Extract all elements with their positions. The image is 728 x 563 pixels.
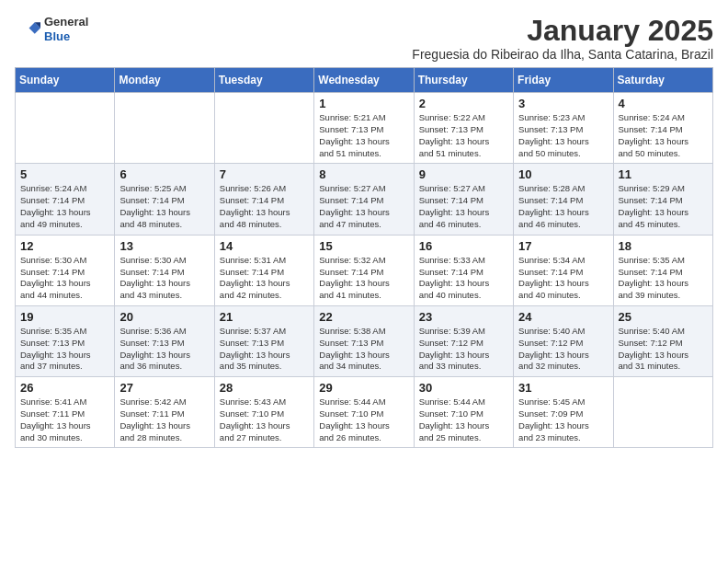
calendar-week-4: 19Sunrise: 5:35 AM Sunset: 7:13 PM Dayli… bbox=[16, 305, 713, 376]
title-block: January 2025 Freguesia do Ribeirao da Il… bbox=[412, 15, 713, 62]
day-number: 28 bbox=[220, 381, 309, 395]
day-info: Sunrise: 5:30 AM Sunset: 7:14 PM Dayligh… bbox=[119, 255, 209, 302]
calendar-cell: 31Sunrise: 5:45 AM Sunset: 7:09 PM Dayli… bbox=[514, 377, 613, 448]
day-info: Sunrise: 5:35 AM Sunset: 7:13 PM Dayligh… bbox=[20, 326, 109, 373]
calendar-cell: 28Sunrise: 5:43 AM Sunset: 7:10 PM Dayli… bbox=[214, 377, 313, 448]
month-title: January 2025 bbox=[412, 15, 713, 47]
day-number: 3 bbox=[518, 97, 608, 110]
calendar-cell: 5Sunrise: 5:24 AM Sunset: 7:14 PM Daylig… bbox=[16, 164, 115, 235]
calendar-cell: 7Sunrise: 5:26 AM Sunset: 7:14 PM Daylig… bbox=[214, 164, 313, 235]
calendar-cell: 3Sunrise: 5:23 AM Sunset: 7:13 PM Daylig… bbox=[514, 93, 613, 164]
weekday-header-tuesday: Tuesday bbox=[214, 68, 313, 93]
day-info: Sunrise: 5:24 AM Sunset: 7:14 PM Dayligh… bbox=[20, 183, 109, 230]
day-info: Sunrise: 5:33 AM Sunset: 7:14 PM Dayligh… bbox=[419, 255, 508, 302]
day-info: Sunrise: 5:43 AM Sunset: 7:10 PM Dayligh… bbox=[220, 396, 309, 443]
day-number: 23 bbox=[419, 310, 508, 324]
day-number: 24 bbox=[518, 310, 608, 324]
logo-general-text: General bbox=[44, 15, 88, 29]
day-info: Sunrise: 5:42 AM Sunset: 7:11 PM Dayligh… bbox=[119, 396, 209, 443]
day-info: Sunrise: 5:40 AM Sunset: 7:12 PM Dayligh… bbox=[518, 326, 608, 373]
calendar-cell: 12Sunrise: 5:30 AM Sunset: 7:14 PM Dayli… bbox=[16, 235, 115, 305]
calendar-cell: 14Sunrise: 5:31 AM Sunset: 7:14 PM Dayli… bbox=[214, 235, 313, 305]
calendar-cell: 30Sunrise: 5:44 AM Sunset: 7:10 PM Dayli… bbox=[414, 377, 513, 448]
day-number: 21 bbox=[220, 310, 309, 324]
day-info: Sunrise: 5:39 AM Sunset: 7:12 PM Dayligh… bbox=[419, 326, 508, 373]
day-info: Sunrise: 5:37 AM Sunset: 7:13 PM Dayligh… bbox=[220, 326, 309, 373]
day-info: Sunrise: 5:30 AM Sunset: 7:14 PM Dayligh… bbox=[20, 255, 109, 302]
calendar-body: 1Sunrise: 5:21 AM Sunset: 7:13 PM Daylig… bbox=[16, 93, 713, 448]
day-info: Sunrise: 5:45 AM Sunset: 7:09 PM Dayligh… bbox=[518, 396, 608, 443]
day-info: Sunrise: 5:29 AM Sunset: 7:14 PM Dayligh… bbox=[619, 183, 708, 230]
calendar-cell: 19Sunrise: 5:35 AM Sunset: 7:13 PM Dayli… bbox=[16, 305, 115, 376]
day-number: 9 bbox=[419, 167, 508, 181]
calendar-cell: 8Sunrise: 5:27 AM Sunset: 7:14 PM Daylig… bbox=[314, 164, 414, 235]
day-info: Sunrise: 5:31 AM Sunset: 7:14 PM Dayligh… bbox=[220, 255, 309, 302]
day-info: Sunrise: 5:35 AM Sunset: 7:14 PM Dayligh… bbox=[619, 255, 708, 302]
calendar-header: SundayMondayTuesdayWednesdayThursdayFrid… bbox=[16, 68, 713, 93]
calendar-cell: 20Sunrise: 5:36 AM Sunset: 7:13 PM Dayli… bbox=[115, 305, 214, 376]
page-header: General Blue January 2025 Freguesia do R… bbox=[15, 15, 713, 62]
day-number: 20 bbox=[119, 310, 209, 324]
calendar-cell: 27Sunrise: 5:42 AM Sunset: 7:11 PM Dayli… bbox=[115, 377, 214, 448]
day-number: 29 bbox=[319, 381, 408, 395]
calendar-cell: 24Sunrise: 5:40 AM Sunset: 7:12 PM Dayli… bbox=[514, 305, 613, 376]
day-number: 14 bbox=[220, 239, 309, 253]
day-number: 5 bbox=[20, 167, 109, 181]
calendar-cell: 15Sunrise: 5:32 AM Sunset: 7:14 PM Dayli… bbox=[314, 235, 414, 305]
day-number: 17 bbox=[518, 239, 608, 253]
day-info: Sunrise: 5:25 AM Sunset: 7:14 PM Dayligh… bbox=[119, 183, 209, 230]
weekday-header-friday: Friday bbox=[514, 68, 613, 93]
calendar-cell: 25Sunrise: 5:40 AM Sunset: 7:12 PM Dayli… bbox=[613, 305, 712, 376]
weekday-header-monday: Monday bbox=[115, 68, 214, 93]
day-number: 22 bbox=[319, 310, 408, 324]
day-info: Sunrise: 5:26 AM Sunset: 7:14 PM Dayligh… bbox=[220, 183, 309, 230]
calendar-cell: 6Sunrise: 5:25 AM Sunset: 7:14 PM Daylig… bbox=[115, 164, 214, 235]
day-number: 25 bbox=[619, 310, 708, 324]
day-info: Sunrise: 5:38 AM Sunset: 7:13 PM Dayligh… bbox=[319, 326, 408, 373]
day-info: Sunrise: 5:36 AM Sunset: 7:13 PM Dayligh… bbox=[119, 326, 209, 373]
calendar-cell: 1Sunrise: 5:21 AM Sunset: 7:13 PM Daylig… bbox=[314, 93, 414, 164]
day-number: 16 bbox=[419, 239, 508, 253]
calendar-cell bbox=[16, 93, 115, 164]
day-info: Sunrise: 5:24 AM Sunset: 7:14 PM Dayligh… bbox=[619, 112, 708, 159]
calendar-week-1: 1Sunrise: 5:21 AM Sunset: 7:13 PM Daylig… bbox=[16, 93, 713, 164]
day-number: 30 bbox=[419, 381, 508, 395]
day-number: 1 bbox=[319, 97, 408, 110]
weekday-header-thursday: Thursday bbox=[414, 68, 513, 93]
logo-text: General Blue bbox=[44, 15, 88, 43]
day-info: Sunrise: 5:44 AM Sunset: 7:10 PM Dayligh… bbox=[319, 396, 408, 443]
calendar-week-3: 12Sunrise: 5:30 AM Sunset: 7:14 PM Dayli… bbox=[16, 235, 713, 305]
day-number: 15 bbox=[319, 239, 408, 253]
calendar-cell: 23Sunrise: 5:39 AM Sunset: 7:12 PM Dayli… bbox=[414, 305, 513, 376]
calendar-cell: 22Sunrise: 5:38 AM Sunset: 7:13 PM Dayli… bbox=[314, 305, 414, 376]
day-info: Sunrise: 5:34 AM Sunset: 7:14 PM Dayligh… bbox=[518, 255, 608, 302]
day-number: 13 bbox=[119, 239, 209, 253]
day-info: Sunrise: 5:22 AM Sunset: 7:13 PM Dayligh… bbox=[419, 112, 508, 159]
calendar-cell: 21Sunrise: 5:37 AM Sunset: 7:13 PM Dayli… bbox=[214, 305, 313, 376]
day-number: 2 bbox=[419, 97, 508, 110]
calendar-cell: 11Sunrise: 5:29 AM Sunset: 7:14 PM Dayli… bbox=[613, 164, 712, 235]
day-number: 12 bbox=[20, 239, 109, 253]
day-number: 11 bbox=[619, 167, 708, 181]
day-info: Sunrise: 5:44 AM Sunset: 7:10 PM Dayligh… bbox=[419, 396, 508, 443]
day-info: Sunrise: 5:41 AM Sunset: 7:11 PM Dayligh… bbox=[20, 396, 109, 443]
calendar-cell bbox=[214, 93, 313, 164]
day-number: 7 bbox=[220, 167, 309, 181]
day-info: Sunrise: 5:21 AM Sunset: 7:13 PM Dayligh… bbox=[319, 112, 408, 159]
day-number: 26 bbox=[20, 381, 109, 395]
calendar-cell: 2Sunrise: 5:22 AM Sunset: 7:13 PM Daylig… bbox=[414, 93, 513, 164]
calendar-cell: 18Sunrise: 5:35 AM Sunset: 7:14 PM Dayli… bbox=[613, 235, 712, 305]
day-number: 27 bbox=[119, 381, 209, 395]
day-info: Sunrise: 5:27 AM Sunset: 7:14 PM Dayligh… bbox=[419, 183, 508, 230]
calendar-cell: 26Sunrise: 5:41 AM Sunset: 7:11 PM Dayli… bbox=[16, 377, 115, 448]
day-info: Sunrise: 5:32 AM Sunset: 7:14 PM Dayligh… bbox=[319, 255, 408, 302]
calendar-cell: 29Sunrise: 5:44 AM Sunset: 7:10 PM Dayli… bbox=[314, 377, 414, 448]
day-number: 18 bbox=[619, 239, 708, 253]
calendar-week-2: 5Sunrise: 5:24 AM Sunset: 7:14 PM Daylig… bbox=[16, 164, 713, 235]
day-info: Sunrise: 5:27 AM Sunset: 7:14 PM Dayligh… bbox=[319, 183, 408, 230]
weekday-header-sunday: Sunday bbox=[16, 68, 115, 93]
logo-icon bbox=[15, 17, 40, 42]
calendar-table: SundayMondayTuesdayWednesdayThursdayFrid… bbox=[15, 67, 713, 448]
location-subtitle: Freguesia do Ribeirao da Ilha, Santa Cat… bbox=[412, 47, 713, 62]
day-info: Sunrise: 5:23 AM Sunset: 7:13 PM Dayligh… bbox=[518, 112, 608, 159]
